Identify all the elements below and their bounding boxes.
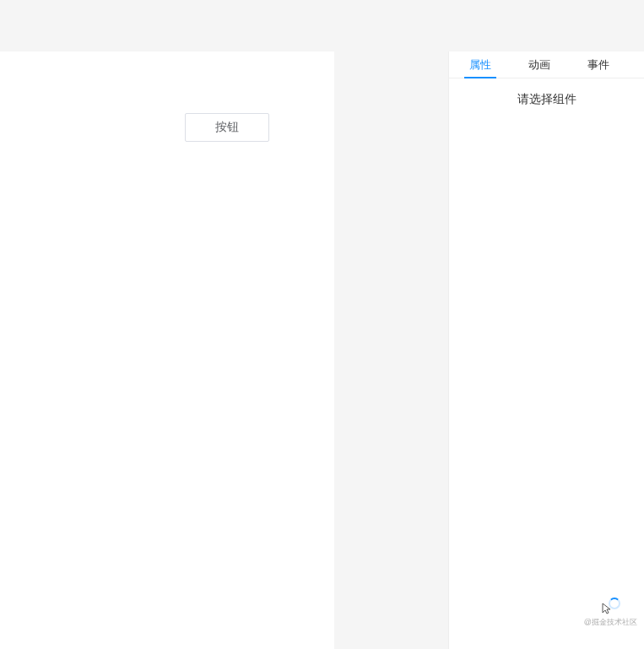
tab-label: 动画 — [528, 57, 550, 73]
toolbar-area — [0, 0, 644, 51]
tab-label: 事件 — [587, 57, 609, 73]
canvas-area[interactable]: 按钮 — [0, 51, 334, 649]
tab-label: 属性 — [469, 57, 491, 73]
cursor-icon — [601, 602, 614, 615]
tab-properties[interactable]: 属性 — [456, 51, 505, 78]
tab-events[interactable]: 事件 — [574, 51, 623, 78]
main-area: 按钮 属性 动画 事件 请选择组件 @掘金技术社区 — [0, 51, 644, 649]
watermark-text: @掘金技术社区 — [584, 617, 637, 628]
canvas-gutter — [334, 51, 448, 649]
tab-animation[interactable]: 动画 — [515, 51, 564, 78]
panel-tabs: 属性 动画 事件 — [449, 51, 644, 78]
button-label: 按钮 — [215, 120, 239, 135]
placeholder-message: 请选择组件 — [449, 92, 644, 107]
watermark: @掘金技术社区 — [584, 617, 637, 628]
button-component[interactable]: 按钮 — [185, 113, 269, 142]
properties-panel: 属性 动画 事件 请选择组件 @掘金技术社区 — [448, 51, 644, 649]
panel-content: 请选择组件 — [449, 78, 644, 649]
